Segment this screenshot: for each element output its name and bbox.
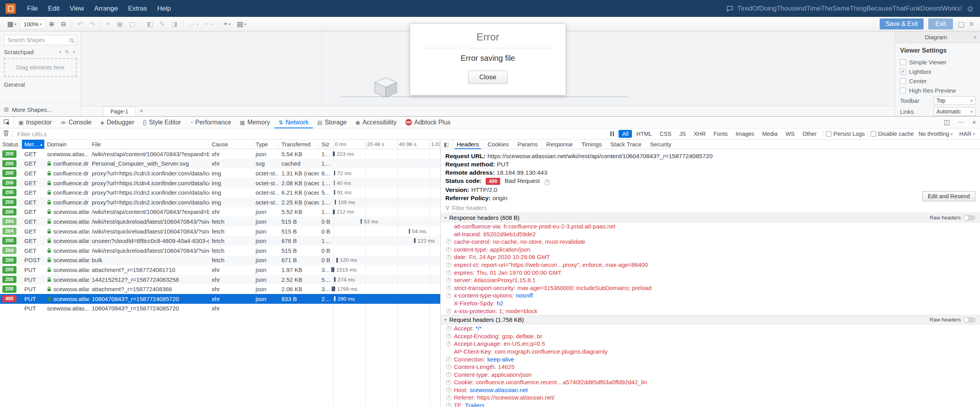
disable-cache-checkbox[interactable]: Disable cache	[871, 131, 914, 137]
exit-button[interactable]: Exit	[928, 18, 953, 29]
header-help-icon[interactable]: ?	[446, 277, 451, 283]
header-help-icon[interactable]: ?	[446, 239, 451, 244]
request-headers-section-header[interactable]: ▾Request headers (1.758 KB)Raw headers	[441, 315, 980, 325]
status-help-icon[interactable]: ?	[544, 179, 550, 185]
header-help-icon[interactable]: ?	[446, 403, 451, 407]
menu-extras[interactable]: Extras	[123, 5, 152, 13]
save-and-exit-button[interactable]: Save & Exit	[880, 18, 924, 29]
more-options-icon[interactable]: ≡	[969, 20, 974, 28]
devtools-tab-style-editor[interactable]: {}Style Editor	[138, 117, 185, 128]
twisty-icon[interactable]: ▾	[445, 318, 446, 322]
header-help-icon[interactable]: ?	[446, 326, 451, 331]
network-request-row[interactable]: 200GETconfluence.dr…proxy?url=https://cd…	[0, 168, 440, 178]
network-request-row[interactable]: 204GETscewosw.atlas…/wiki/rest/quickrelo…	[0, 217, 440, 226]
header-help-icon[interactable]: ?	[446, 285, 451, 290]
devtools-tab-storage[interactable]: ▤Storage	[313, 117, 351, 128]
format-panel-close-icon[interactable]: ×	[973, 34, 977, 40]
column-header-domain[interactable]: Domain	[45, 140, 89, 149]
dropdown-toolbar[interactable]: Top▾	[934, 96, 975, 105]
column-header-transferred[interactable]: Transferred	[279, 140, 319, 149]
header-help-icon[interactable]: ?	[446, 308, 451, 314]
raw-headers-toggle[interactable]	[964, 215, 975, 221]
checkbox-simple-viewer[interactable]: Simple Viewer	[900, 57, 975, 67]
checkbox-box-high-res-preview[interactable]	[900, 88, 906, 93]
filter-other[interactable]: Other	[799, 130, 820, 138]
network-request-row[interactable]: 200PUTscewosw.atlas…1442152512?_r=158772…	[0, 275, 440, 285]
devtools-tab-performance[interactable]: ◔Performance	[185, 117, 236, 128]
column-header-siz[interactable]: Siz	[319, 140, 331, 149]
header-help-icon[interactable]: ?	[446, 255, 451, 260]
header-help-icon[interactable]: ?	[446, 262, 451, 267]
connection-icon[interactable]: →▾	[186, 19, 202, 29]
network-request-row[interactable]: 200POSTscewosw.atlas…bulkfetchjson671 B0…	[0, 256, 440, 265]
scratchpad-header[interactable]: Scratchpad + ✎ ×	[0, 47, 81, 57]
raw-headers-toggle[interactable]	[964, 317, 975, 323]
filter-js[interactable]: JS	[676, 130, 690, 138]
filter-html[interactable]: HTML	[633, 130, 655, 138]
devtools-tab-network[interactable]: ⇅Network	[274, 117, 313, 128]
menu-edit[interactable]: Edit	[43, 5, 64, 13]
checkbox-center[interactable]: Center	[900, 76, 975, 86]
fill-color-icon[interactable]: ◧	[144, 19, 156, 29]
detail-tab-timings[interactable]: Timings	[577, 140, 606, 149]
network-request-row[interactable]: 200GETconfluence.dr…proxy?url=https://cd…	[0, 178, 440, 188]
scratchpad-add-icon[interactable]: +	[57, 49, 64, 55]
devtools-tab-console[interactable]: ≫Console	[56, 117, 96, 128]
dock-panel-icon[interactable]: ◫	[940, 118, 954, 126]
filter-ws[interactable]: WS	[782, 130, 798, 138]
general-section-header[interactable]: General	[0, 79, 81, 90]
network-request-row[interactable]: 200GETscewosw.atlas…unseen?cloudId=6f8cc…	[0, 236, 440, 246]
response-headers-section-header[interactable]: ▾Response headers (608 B)Raw headers	[441, 213, 980, 223]
redo-icon[interactable]: ↷	[86, 19, 98, 29]
fullscreen-icon[interactable]: ▢	[958, 20, 965, 29]
column-header-status[interactable]: Status	[0, 140, 22, 149]
header-help-icon[interactable]: ?	[446, 293, 451, 298]
add-page-button[interactable]: +	[136, 107, 147, 116]
page-tab[interactable]: Page-1	[103, 106, 136, 116]
devtools-tab-accessibility[interactable]: ◉Accessibility	[351, 117, 401, 128]
header-help-icon[interactable]: ?	[446, 387, 451, 392]
network-request-row[interactable]: 200GETscewosw.atlas…/wiki/rest/api/conte…	[0, 207, 440, 217]
detail-tab-stack-trace[interactable]: Stack Trace	[606, 140, 646, 149]
checkbox-high-res-preview[interactable]: High Res Preview	[900, 86, 975, 95]
scratchpad-drop-zone[interactable]: Drag elements here	[4, 58, 77, 77]
disable-cache-box[interactable]	[871, 131, 876, 137]
header-help-icon[interactable]: ?	[446, 270, 451, 275]
network-request-row[interactable]: 200PUTscewosw.atlas…attachment?_r=158772…	[0, 265, 440, 275]
network-request-row[interactable]: 200GETconfluence.dr…proxy?url=https://cd…	[0, 188, 440, 197]
filter-css[interactable]: CSS	[656, 130, 675, 138]
filter-headers-input[interactable]	[452, 205, 577, 211]
network-request-row[interactable]: 204GETscewosw.atlas…/wiki/rest/quickrelo…	[0, 226, 440, 236]
dropdown-links[interactable]: Automatic▾	[934, 107, 975, 116]
split-panel-icon[interactable]: ◧	[441, 140, 452, 149]
menu-file[interactable]: File	[22, 5, 43, 13]
headers-panel[interactable]: Request URL:https://scewosw.atlassian.ne…	[441, 149, 980, 407]
har-select[interactable]: HAR ▾	[957, 131, 977, 137]
persist-logs-box[interactable]	[826, 131, 831, 137]
clear-requests-icon[interactable]	[3, 130, 9, 138]
column-header-type[interactable]: Type	[253, 140, 279, 149]
zoom-in-icon[interactable]: ⊕	[46, 19, 58, 29]
filter-fonts[interactable]: Fonts	[710, 130, 731, 138]
header-help-icon[interactable]: ?	[446, 247, 451, 252]
filter-urls-input[interactable]	[15, 131, 606, 137]
format-tab-diagram[interactable]: Diagram	[898, 34, 973, 40]
column-header-cause[interactable]: Cause	[209, 140, 253, 149]
header-help-icon[interactable]: ?	[446, 395, 451, 400]
header-help-icon[interactable]: ?	[446, 364, 451, 369]
network-request-row[interactable]: 204GETscewosw.atlas…/wiki/rest/quickrelo…	[0, 246, 440, 256]
network-request-row[interactable]: PUTscewosw.atlas…1060470843?_r=158772408…	[0, 304, 440, 314]
shadow-icon[interactable]: ◨	[168, 19, 181, 29]
checkbox-box-center[interactable]	[900, 78, 906, 84]
menu-view[interactable]: View	[65, 5, 89, 13]
detail-tab-cookies[interactable]: Cookies	[483, 140, 513, 149]
persist-logs-checkbox[interactable]: Persist Logs	[826, 131, 865, 137]
header-help-icon[interactable]: ?	[446, 380, 451, 385]
scratchpad-edit-icon[interactable]: ✎	[64, 49, 71, 55]
column-header-file[interactable]: File	[89, 140, 209, 149]
pause-recording-button[interactable]	[608, 131, 616, 136]
header-help-icon[interactable]: ?	[446, 372, 451, 377]
to-front-icon[interactable]: ▣	[113, 19, 126, 29]
header-help-icon[interactable]: ?	[446, 334, 451, 339]
checkbox-lightbox[interactable]: ✓Lightbox	[900, 67, 975, 76]
